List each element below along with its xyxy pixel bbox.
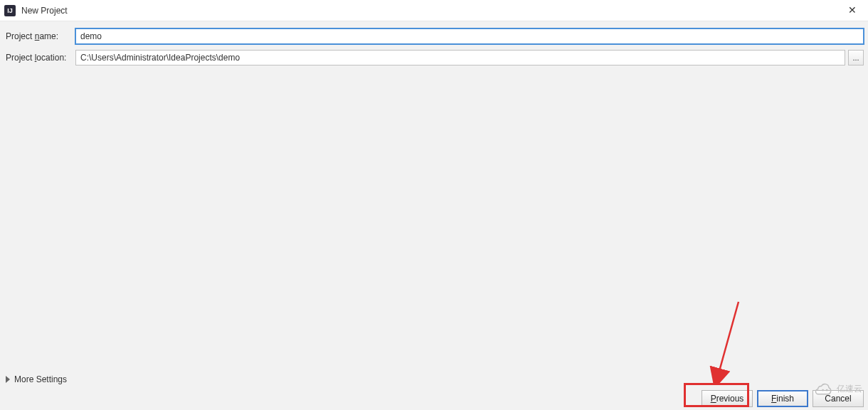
app-icon: IJ xyxy=(4,5,16,16)
label-text: Project xyxy=(6,31,35,41)
button-text: inish xyxy=(776,394,794,404)
window-title: New Project xyxy=(21,6,68,16)
button-accel: F xyxy=(771,394,776,404)
project-location-row: Project location: ... xyxy=(4,50,864,65)
cloud-icon xyxy=(814,382,834,396)
more-settings-toggle[interactable]: More Settings xyxy=(6,374,67,384)
svg-point-1 xyxy=(822,389,824,391)
close-icon[interactable]: ✕ xyxy=(844,3,861,17)
label-text: ame: xyxy=(39,31,58,41)
button-text: revious xyxy=(716,394,744,404)
project-location-label: Project location: xyxy=(4,53,75,63)
label-text: Project xyxy=(6,53,35,63)
watermark-text: 亿速云 xyxy=(837,383,862,395)
project-name-row: Project name: xyxy=(4,28,864,44)
button-accel: P xyxy=(711,394,716,404)
finish-button[interactable]: Finish xyxy=(757,390,808,407)
project-name-label: Project name: xyxy=(4,31,75,41)
browse-button[interactable]: ... xyxy=(848,50,864,65)
form-area: Project name: Project location: ... xyxy=(0,21,868,65)
svg-line-0 xyxy=(717,302,739,379)
watermark: 亿速云 xyxy=(814,382,862,396)
project-location-input[interactable] xyxy=(75,50,845,65)
more-settings-label: More Settings xyxy=(14,374,67,384)
chevron-right-icon xyxy=(6,376,10,383)
svg-point-2 xyxy=(826,389,828,391)
previous-button[interactable]: Previous xyxy=(702,390,753,407)
label-text: ocation: xyxy=(36,53,66,63)
titlebar: IJ New Project ✕ xyxy=(0,0,868,21)
project-name-input[interactable] xyxy=(75,28,864,44)
annotation-arrow-icon xyxy=(704,299,747,384)
